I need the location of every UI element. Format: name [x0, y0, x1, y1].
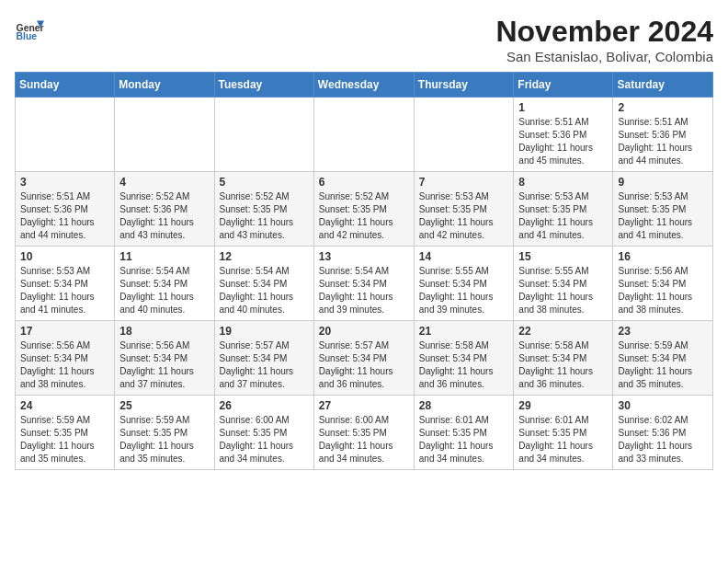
day-info: Sunrise: 5:53 AMSunset: 5:35 PMDaylight:…	[618, 190, 708, 242]
day-info: Sunrise: 5:54 AMSunset: 5:34 PMDaylight:…	[319, 265, 409, 316]
calendar-week-row: 10Sunrise: 5:53 AMSunset: 5:34 PMDayligh…	[16, 247, 713, 321]
calendar-cell: 13Sunrise: 5:54 AMSunset: 5:34 PMDayligh…	[313, 247, 414, 321]
col-header-monday: Monday	[115, 73, 214, 98]
day-number: 28	[419, 399, 509, 412]
calendar-cell: 23Sunrise: 5:59 AMSunset: 5:34 PMDayligh…	[613, 321, 713, 396]
day-info: Sunrise: 5:56 AMSunset: 5:34 PMDaylight:…	[618, 265, 708, 316]
calendar-cell	[115, 98, 214, 172]
day-info: Sunrise: 5:58 AMSunset: 5:34 PMDaylight:…	[518, 339, 608, 391]
day-number: 26	[220, 399, 309, 412]
day-number: 25	[119, 399, 209, 412]
day-number: 15	[518, 250, 608, 263]
calendar-cell: 4Sunrise: 5:52 AMSunset: 5:36 PMDaylight…	[115, 172, 214, 247]
day-number: 16	[618, 250, 708, 263]
title-section: November 2024 San Estanislao, Bolivar, C…	[495, 15, 713, 64]
day-info: Sunrise: 5:55 AMSunset: 5:34 PMDaylight:…	[419, 265, 509, 316]
calendar-cell	[313, 98, 414, 172]
day-info: Sunrise: 5:56 AMSunset: 5:34 PMDaylight:…	[119, 339, 209, 391]
day-info: Sunrise: 6:00 AMSunset: 5:35 PMDaylight:…	[319, 414, 409, 465]
day-number: 3	[20, 176, 109, 189]
day-info: Sunrise: 5:54 AMSunset: 5:34 PMDaylight:…	[220, 265, 309, 316]
calendar-cell: 1Sunrise: 5:51 AMSunset: 5:36 PMDaylight…	[514, 98, 613, 172]
day-number: 13	[319, 250, 409, 263]
calendar-cell: 25Sunrise: 5:59 AMSunset: 5:35 PMDayligh…	[115, 396, 214, 470]
day-number: 11	[119, 250, 209, 263]
day-info: Sunrise: 5:59 AMSunset: 5:34 PMDaylight:…	[618, 339, 708, 391]
day-info: Sunrise: 5:53 AMSunset: 5:35 PMDaylight:…	[518, 190, 608, 242]
day-info: Sunrise: 5:57 AMSunset: 5:34 PMDaylight:…	[319, 339, 409, 391]
month-title: November 2024	[495, 15, 713, 49]
day-info: Sunrise: 5:56 AMSunset: 5:34 PMDaylight:…	[20, 339, 109, 391]
col-header-tuesday: Tuesday	[214, 73, 313, 98]
col-header-thursday: Thursday	[414, 73, 514, 98]
day-info: Sunrise: 5:54 AMSunset: 5:34 PMDaylight:…	[119, 265, 209, 316]
day-info: Sunrise: 5:59 AMSunset: 5:35 PMDaylight:…	[119, 414, 209, 465]
day-number: 24	[20, 399, 109, 412]
day-number: 5	[220, 176, 309, 189]
calendar-cell: 21Sunrise: 5:58 AMSunset: 5:34 PMDayligh…	[414, 321, 514, 396]
calendar-cell: 10Sunrise: 5:53 AMSunset: 5:34 PMDayligh…	[16, 247, 115, 321]
calendar-cell: 20Sunrise: 5:57 AMSunset: 5:34 PMDayligh…	[313, 321, 414, 396]
day-number: 29	[518, 399, 608, 412]
calendar-week-row: 24Sunrise: 5:59 AMSunset: 5:35 PMDayligh…	[16, 396, 713, 470]
day-number: 14	[419, 250, 509, 263]
calendar-cell: 18Sunrise: 5:56 AMSunset: 5:34 PMDayligh…	[115, 321, 214, 396]
day-info: Sunrise: 6:02 AMSunset: 5:36 PMDaylight:…	[618, 414, 708, 465]
day-info: Sunrise: 5:51 AMSunset: 5:36 PMDaylight:…	[618, 116, 708, 167]
calendar-cell: 29Sunrise: 6:01 AMSunset: 5:35 PMDayligh…	[514, 396, 613, 470]
day-info: Sunrise: 6:00 AMSunset: 5:35 PMDaylight:…	[220, 414, 309, 465]
calendar-cell: 3Sunrise: 5:51 AMSunset: 5:36 PMDaylight…	[16, 172, 115, 247]
logo-icon: General Blue	[15, 15, 44, 44]
calendar-cell: 6Sunrise: 5:52 AMSunset: 5:35 PMDaylight…	[313, 172, 414, 247]
day-number: 4	[119, 176, 209, 189]
page-header: General Blue November 2024 San Estanisla…	[15, 15, 713, 64]
calendar-cell: 5Sunrise: 5:52 AMSunset: 5:35 PMDaylight…	[214, 172, 313, 247]
day-info: Sunrise: 5:52 AMSunset: 5:35 PMDaylight:…	[319, 190, 409, 242]
day-info: Sunrise: 5:53 AMSunset: 5:34 PMDaylight:…	[20, 265, 109, 316]
day-number: 27	[319, 399, 409, 412]
day-number: 2	[618, 101, 708, 114]
calendar-cell: 7Sunrise: 5:53 AMSunset: 5:35 PMDaylight…	[414, 172, 514, 247]
calendar-cell: 30Sunrise: 6:02 AMSunset: 5:36 PMDayligh…	[613, 396, 713, 470]
calendar-cell: 2Sunrise: 5:51 AMSunset: 5:36 PMDaylight…	[613, 98, 713, 172]
day-number: 22	[518, 325, 608, 338]
calendar-header-row: SundayMondayTuesdayWednesdayThursdayFrid…	[16, 73, 713, 98]
calendar-week-row: 3Sunrise: 5:51 AMSunset: 5:36 PMDaylight…	[16, 172, 713, 247]
day-info: Sunrise: 5:51 AMSunset: 5:36 PMDaylight:…	[518, 116, 608, 167]
calendar-cell: 19Sunrise: 5:57 AMSunset: 5:34 PMDayligh…	[214, 321, 313, 396]
calendar-cell	[214, 98, 313, 172]
calendar-cell: 16Sunrise: 5:56 AMSunset: 5:34 PMDayligh…	[613, 247, 713, 321]
calendar-cell	[414, 98, 514, 172]
day-number: 23	[618, 325, 708, 338]
col-header-saturday: Saturday	[613, 73, 713, 98]
calendar-cell: 14Sunrise: 5:55 AMSunset: 5:34 PMDayligh…	[414, 247, 514, 321]
logo: General Blue	[15, 15, 44, 44]
calendar-table: SundayMondayTuesdayWednesdayThursdayFrid…	[15, 72, 713, 470]
col-header-friday: Friday	[514, 73, 613, 98]
day-number: 21	[419, 325, 509, 338]
calendar-cell: 27Sunrise: 6:00 AMSunset: 5:35 PMDayligh…	[313, 396, 414, 470]
col-header-wednesday: Wednesday	[313, 73, 414, 98]
day-info: Sunrise: 5:58 AMSunset: 5:34 PMDaylight:…	[419, 339, 509, 391]
calendar-cell: 12Sunrise: 5:54 AMSunset: 5:34 PMDayligh…	[214, 247, 313, 321]
day-info: Sunrise: 5:51 AMSunset: 5:36 PMDaylight:…	[20, 190, 109, 242]
svg-text:Blue: Blue	[17, 31, 38, 41]
calendar-cell	[16, 98, 115, 172]
day-info: Sunrise: 5:57 AMSunset: 5:34 PMDaylight:…	[220, 339, 309, 391]
day-number: 20	[319, 325, 409, 338]
day-number: 10	[20, 250, 109, 263]
day-number: 17	[20, 325, 109, 338]
day-number: 7	[419, 176, 509, 189]
day-number: 1	[518, 101, 608, 114]
day-number: 6	[319, 176, 409, 189]
calendar-week-row: 1Sunrise: 5:51 AMSunset: 5:36 PMDaylight…	[16, 98, 713, 172]
calendar-cell: 15Sunrise: 5:55 AMSunset: 5:34 PMDayligh…	[514, 247, 613, 321]
day-info: Sunrise: 5:52 AMSunset: 5:35 PMDaylight:…	[220, 190, 309, 242]
calendar-cell: 22Sunrise: 5:58 AMSunset: 5:34 PMDayligh…	[514, 321, 613, 396]
day-info: Sunrise: 5:52 AMSunset: 5:36 PMDaylight:…	[119, 190, 209, 242]
location-subtitle: San Estanislao, Bolivar, Colombia	[495, 49, 713, 64]
calendar-cell: 9Sunrise: 5:53 AMSunset: 5:35 PMDaylight…	[613, 172, 713, 247]
day-number: 12	[220, 250, 309, 263]
day-number: 8	[518, 176, 608, 189]
day-info: Sunrise: 5:53 AMSunset: 5:35 PMDaylight:…	[419, 190, 509, 242]
